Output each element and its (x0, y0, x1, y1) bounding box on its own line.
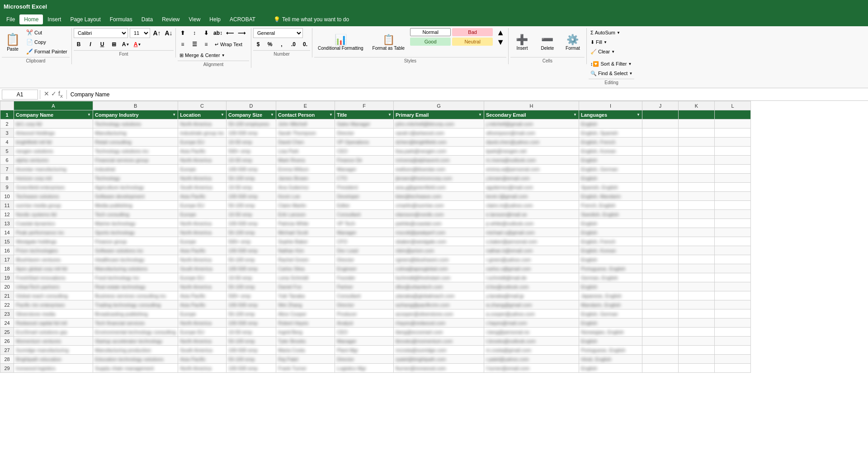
table-cell[interactable]: Food technology inc (93, 273, 178, 282)
col-header-j[interactable]: J (642, 101, 679, 110)
sort-filter-button[interactable]: ↕🔽 Sort & Filter ▼ (589, 59, 634, 68)
bold-button[interactable]: B (74, 39, 84, 49)
table-cell[interactable]: f.turner@email.com (484, 364, 579, 373)
conditional-formatting-button[interactable]: 📊 Conditional Formatting (314, 28, 367, 56)
table-cell[interactable]: French, English (579, 201, 642, 210)
table-cell[interactable]: 10-50 emp (226, 328, 276, 337)
table-cell-empty[interactable] (642, 174, 679, 183)
table-cell[interactable]: Prism technologies (14, 246, 93, 255)
col-header-l[interactable]: L (715, 101, 751, 110)
table-cell[interactable]: Europe EU (178, 138, 226, 147)
table-cell[interactable]: Yuki Tanaka (276, 291, 335, 300)
table-cell[interactable]: English (579, 174, 642, 183)
table-cell[interactable]: Coastal dynamics (14, 219, 93, 228)
table-cell[interactable]: Daniel Fox (276, 282, 335, 291)
table-cell-empty[interactable] (715, 291, 751, 300)
table-cell[interactable]: sthompson@mail.com (484, 128, 579, 138)
table-cell[interactable]: English, Korean (579, 246, 642, 255)
table-cell[interactable]: Logistics Mgr (335, 364, 394, 373)
col-header-d[interactable]: D (226, 101, 276, 110)
table-cell[interactable]: Agriculture technology (93, 183, 178, 192)
table-cell-empty[interactable] (715, 128, 751, 138)
table-cell-empty[interactable] (715, 174, 751, 183)
table-cell[interactable]: rpatel@brightpath.com (394, 355, 484, 364)
table-cell-empty[interactable] (715, 219, 751, 228)
align-left-button[interactable]: ≡ (178, 39, 188, 49)
align-bottom-button[interactable]: ⬇ (201, 28, 211, 38)
table-cell[interactable]: m.rivera@outlook.com (484, 156, 579, 165)
table-cell[interactable]: 100-500 emp (226, 364, 276, 373)
table-cell[interactable]: Portuguese, English (579, 346, 642, 355)
table-cell[interactable]: dchen@brightfield.com (394, 138, 484, 147)
table-cell[interactable]: Trading technology consulting (93, 300, 178, 309)
table-cell-empty[interactable] (679, 300, 715, 309)
increase-decimal-button[interactable]: .0 (288, 39, 298, 49)
table-cell[interactable]: 10-50 emp (226, 273, 276, 282)
filter-arrow-a[interactable]: ▼ (87, 113, 91, 117)
table-cell-empty[interactable] (715, 337, 751, 346)
table-cell[interactable]: john.mitchell@blrcorp.com (394, 119, 484, 128)
table-cell[interactable]: Asia Pacific (178, 192, 226, 201)
table-cell[interactable]: Sunridge manufacturing (14, 346, 93, 355)
table-cell[interactable]: Japanese, English (579, 291, 642, 300)
table-cell[interactable]: 10-50 emp (226, 210, 276, 219)
table-cell[interactable]: 50-100 emp (226, 255, 276, 264)
table-cell[interactable]: Producer (335, 309, 394, 319)
table-cell-empty[interactable] (642, 138, 679, 147)
table-cell[interactable]: Global reach consulting (14, 291, 93, 300)
align-center-button[interactable]: ☰ (189, 39, 199, 49)
table-cell[interactable]: Asia Pacific (178, 355, 226, 364)
table-cell[interactable]: Rachel Green (276, 255, 335, 264)
table-cell[interactable]: elarsson@nordic.com (394, 210, 484, 219)
table-cell[interactable]: South America (178, 264, 226, 273)
table-cell[interactable]: Supply chain management (93, 364, 178, 373)
table-cell[interactable]: Patricia White (276, 219, 335, 228)
header-primary-email[interactable]: Primary Email ▼ (394, 110, 484, 119)
table-cell[interactable]: Europe (178, 237, 226, 246)
insert-function-icon[interactable]: fx (58, 90, 63, 99)
decrease-font-button[interactable]: A↓ (164, 28, 174, 38)
table-cell-empty[interactable] (642, 201, 679, 210)
filter-arrow-b[interactable]: ▼ (172, 113, 176, 117)
table-cell[interactable]: Artwood Holdings (14, 128, 93, 138)
table-cell-empty[interactable] (679, 174, 715, 183)
table-cell[interactable]: csilva@apexglobal.com (394, 264, 484, 273)
table-cell-empty[interactable] (679, 128, 715, 138)
table-cell[interactable]: 100-500 emp (226, 165, 276, 174)
table-cell[interactable]: Sarah Thompson (276, 128, 335, 138)
table-cell[interactable]: Editor (335, 201, 394, 210)
indent-decrease-button[interactable]: ⟵ (225, 28, 235, 38)
table-cell[interactable]: mscott@peakperf.com (394, 228, 484, 237)
search-bar[interactable]: 💡 Tell me what you want to do (269, 14, 866, 24)
table-cell-empty[interactable] (715, 282, 751, 291)
table-cell[interactable]: 50-100 emp (226, 228, 276, 237)
border-button[interactable]: ⊞ (109, 39, 119, 49)
decrease-decimal-button[interactable]: 0. (300, 39, 310, 49)
table-cell[interactable]: agutierrez@mail.com (484, 183, 579, 192)
table-cell[interactable]: Director (335, 300, 394, 309)
text-direction-button[interactable]: ab↕ (213, 28, 223, 38)
styles-scroll-button[interactable]: ▲▼ (495, 28, 506, 47)
table-cell-empty[interactable] (715, 210, 751, 219)
table-cell-empty[interactable] (715, 192, 751, 201)
table-cell[interactable]: Frank Turner (276, 364, 335, 373)
table-cell[interactable]: Industrial (93, 165, 178, 174)
table-cell-empty[interactable] (679, 255, 715, 264)
font-size-select[interactable]: 11 (130, 28, 150, 38)
menu-home[interactable]: Home (19, 14, 43, 24)
table-cell[interactable]: Europe (178, 210, 226, 219)
table-cell[interactable]: mcosta@sunridge.com (394, 346, 484, 355)
table-cell-empty[interactable] (715, 156, 751, 165)
table-cell-empty[interactable] (679, 219, 715, 228)
table-cell-empty[interactable] (679, 319, 715, 328)
style-good[interactable]: Good (410, 38, 451, 46)
table-cell[interactable]: John Mitchell (276, 119, 335, 128)
table-cell[interactable]: English (579, 319, 642, 328)
table-cell[interactable]: p.white@outlook.com (484, 219, 579, 228)
table-cell[interactable]: Ironwood logistics (14, 364, 93, 373)
table-cell[interactable]: r.green@yahoo.com (484, 255, 579, 264)
table-cell[interactable]: brightfield intl ltd (14, 138, 93, 147)
merge-center-button[interactable]: ⊞ Merge & Center ▼ (178, 51, 232, 60)
table-cell-empty[interactable] (679, 355, 715, 364)
table-cell[interactable]: VP Operations (335, 138, 394, 147)
